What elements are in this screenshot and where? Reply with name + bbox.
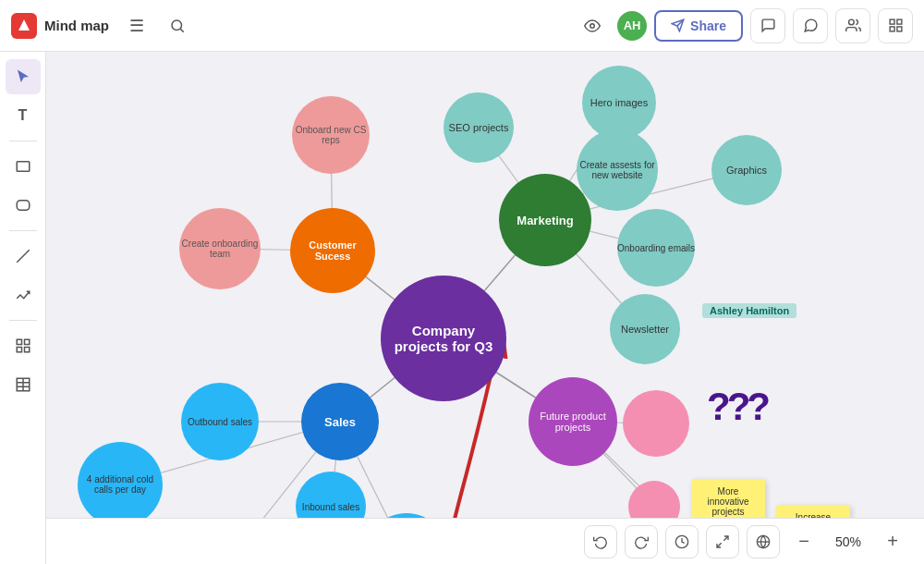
people-button[interactable]: [835, 8, 870, 43]
redo-button[interactable]: [625, 525, 658, 558]
node-outbound[interactable]: Outbound sales: [181, 383, 259, 460]
svg-rect-6: [890, 19, 894, 24]
svg-rect-13: [17, 339, 21, 344]
node-onboarding-email[interactable]: Onboarding emails: [617, 209, 695, 287]
svg-rect-10: [17, 162, 30, 172]
cursor-label: Ashley Hamilton: [702, 303, 796, 318]
undo-button[interactable]: [584, 525, 617, 558]
pages-button[interactable]: [878, 8, 913, 43]
svg-line-43: [723, 536, 728, 541]
svg-line-44: [717, 543, 722, 547]
left-toolbar: T: [0, 52, 46, 564]
node-marketing[interactable]: Marketing: [499, 174, 591, 266]
connector-tool[interactable]: [6, 277, 41, 313]
node-seo[interactable]: SEO projects: [444, 92, 514, 163]
svg-rect-7: [896, 19, 901, 24]
svg-rect-9: [890, 27, 894, 31]
zoom-out-button[interactable]: −: [787, 525, 821, 558]
fullscreen-button[interactable]: [706, 525, 739, 558]
node-create[interactable]: Create assests for new website: [577, 129, 658, 211]
svg-line-1: [180, 29, 183, 31]
node-pink1[interactable]: [623, 390, 689, 457]
bottom-toolbar: − 50% +: [46, 518, 924, 564]
svg-rect-11: [17, 201, 30, 211]
chat-button[interactable]: [793, 8, 828, 43]
location-button[interactable]: [747, 525, 780, 558]
node-customer[interactable]: Customer Sucess: [290, 208, 375, 293]
svg-point-5: [848, 19, 854, 25]
preview-button[interactable]: [575, 12, 610, 40]
app-title: Mind map: [44, 18, 109, 33]
node-create-team[interactable]: Create onboarding team: [179, 208, 261, 289]
search-button[interactable]: [161, 9, 194, 43]
line-tool[interactable]: [6, 239, 41, 274]
svg-rect-8: [896, 27, 901, 31]
node-sales[interactable]: Sales: [301, 383, 379, 460]
center-node[interactable]: Company projects for Q3: [381, 276, 506, 401]
share-button[interactable]: Share: [654, 10, 743, 42]
select-tool[interactable]: [6, 59, 41, 94]
rectangle-tool[interactable]: [6, 149, 41, 184]
node-future[interactable]: Future product projects: [529, 377, 617, 466]
canvas[interactable]: Company projects for Q3 Marketing Sales …: [46, 52, 924, 564]
node-onboard-cs[interactable]: Onboard new CS reps: [292, 96, 370, 174]
zoom-level: 50%: [828, 534, 869, 549]
header: Mind map ☰ AH Share: [0, 0, 924, 52]
grid-tool[interactable]: [6, 328, 41, 363]
svg-rect-15: [24, 348, 29, 352]
node-graphics[interactable]: Graphics: [711, 135, 782, 205]
zoom-in-button[interactable]: +: [876, 525, 909, 558]
svg-line-12: [17, 250, 30, 263]
node-newsletter[interactable]: Newsletter: [610, 294, 680, 364]
svg-rect-16: [17, 348, 21, 352]
svg-point-2: [590, 23, 595, 28]
logo-icon[interactable]: [11, 13, 37, 39]
text-tool[interactable]: T: [6, 98, 41, 133]
history-button[interactable]: [665, 525, 699, 558]
table-tool[interactable]: [6, 367, 41, 402]
node-cold-calls[interactable]: 4 additional cold calls per day: [78, 442, 163, 527]
svg-point-0: [172, 20, 182, 31]
node-hero[interactable]: Hero images: [582, 66, 656, 140]
menu-button[interactable]: ☰: [120, 9, 153, 43]
rounded-rect-tool[interactable]: [6, 188, 41, 223]
svg-rect-14: [24, 339, 29, 344]
user-avatar[interactable]: AH: [617, 11, 647, 41]
comment-button[interactable]: [750, 8, 785, 43]
question-marks: ???: [707, 385, 767, 429]
